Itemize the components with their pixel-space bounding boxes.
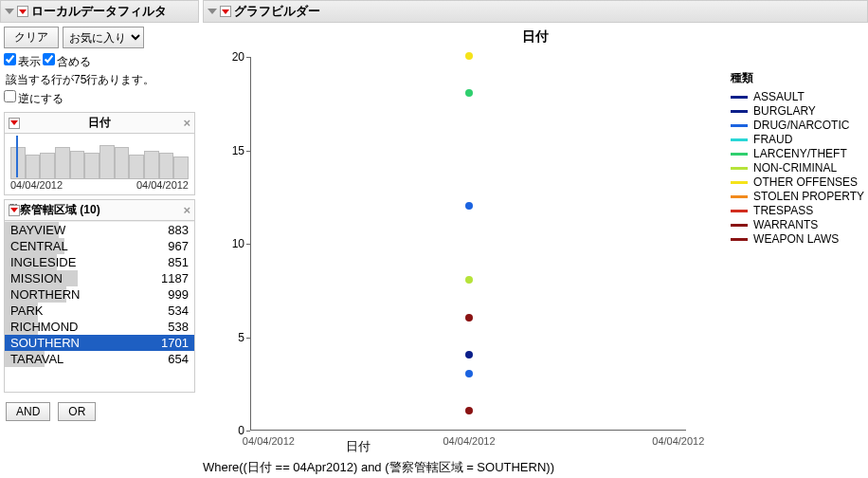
close-icon[interactable]: × [183,116,190,130]
graph-panel-header[interactable]: グラフビルダー [203,0,868,23]
date-filter-header[interactable]: 日付 × [5,113,194,134]
data-point[interactable] [465,52,473,60]
close-icon[interactable]: × [183,203,190,217]
legend-swatch [731,181,748,184]
legend-item[interactable]: ASSAULT [731,90,864,103]
hotspot-icon[interactable] [9,205,20,216]
data-point[interactable] [465,370,473,377]
data-point[interactable] [465,407,473,414]
legend-swatch [731,224,748,227]
y-tick-label: 15 [222,144,244,157]
date-axis-left: 04/04/2012 [10,179,63,191]
where-clause: Where((日付 == 04Apr2012) and (警察管轄区域 = SO… [203,459,554,476]
legend-label: ASSAULT [753,90,805,103]
district-filter-header[interactable]: 警察管轄区域 (10) × [5,200,194,221]
legend-item[interactable]: DRUG/NARCOTIC [731,119,864,132]
district-list[interactable]: BAYVIEW883CENTRAL967INGLESIDE851MISSION1… [5,221,194,392]
district-row-taraval[interactable]: TARAVAL654 [5,351,194,367]
legend: 種類 ASSAULTBURGLARYDRUG/NARCOTICFRAUDLARC… [731,70,864,247]
date-selection-line[interactable] [16,136,18,177]
legend-item[interactable]: WARRANTS [731,218,864,231]
filter-panel-header[interactable]: ローカルデータフィルタ [0,0,199,23]
histogram-bar[interactable] [99,145,115,179]
legend-item[interactable]: BURGLARY [731,104,864,118]
legend-swatch [731,238,748,241]
histogram-bar[interactable] [40,153,55,179]
data-point[interactable] [465,351,473,358]
clear-button[interactable]: クリア [4,27,59,48]
legend-item[interactable]: WEAPON LAWS [731,232,864,246]
graph-panel-title: グラフビルダー [234,3,320,20]
histogram-bar[interactable] [26,155,41,179]
y-tick-label: 5 [222,331,244,344]
district-filter-panel: 警察管轄区域 (10) × BAYVIEW883CENTRAL967INGLES… [4,199,195,393]
histogram-bar[interactable] [55,147,70,179]
disclosure-icon [208,9,217,14]
and-button[interactable]: AND [6,402,50,421]
hotspot-icon[interactable] [9,118,20,129]
histogram-bar[interactable] [144,151,159,179]
legend-swatch [731,167,748,170]
legend-title: 種類 [731,70,864,86]
favorites-select[interactable]: お気に入り [63,27,144,48]
hotspot-icon[interactable] [17,6,28,17]
legend-item[interactable]: OTHER OFFENSES [731,175,864,189]
legend-label: STOLEN PROPERTY [753,190,864,203]
district-row-richmond[interactable]: RICHMOND538 [5,319,194,335]
legend-label: NON-CRIMINAL [753,161,837,175]
filter-toolbar: クリア お気に入り [0,23,199,52]
data-point[interactable] [465,89,473,97]
data-point[interactable] [465,314,473,322]
legend-label: TRESPASS [753,204,813,217]
match-count-caption: 該当する行が75行あります。 [0,71,199,89]
legend-label: BURGLARY [753,104,816,118]
y-tick-label: 10 [222,237,244,250]
histogram-bar[interactable] [115,147,130,179]
district-row-northern[interactable]: NORTHERN999 [5,286,194,303]
legend-swatch [731,210,748,212]
date-axis: 04/04/2012 04/04/2012 [5,179,194,194]
date-filter-title: 日付 [88,115,111,131]
legend-swatch [731,138,748,141]
legend-label: LARCENY/THEFT [753,147,847,160]
legend-swatch [731,195,748,198]
hotspot-icon[interactable] [220,6,231,17]
district-row-ingleside[interactable]: INGLESIDE851 [5,254,194,270]
legend-item[interactable]: STOLEN PROPERTY [731,190,864,203]
legend-swatch [731,124,748,127]
data-point[interactable] [465,276,473,284]
x-axis-label: 日付 [0,438,716,455]
legend-swatch [731,153,748,156]
date-axis-right: 04/04/2012 [136,179,189,191]
disclosure-icon [5,9,14,14]
date-filter-panel: 日付 × 04/04/2012 04/04/2012 [4,112,195,195]
legend-item[interactable]: NON-CRIMINAL [731,161,864,175]
date-histogram[interactable] [5,134,194,179]
data-point[interactable] [465,202,473,210]
invert-checkbox-label[interactable]: 逆にする [4,90,63,107]
legend-item[interactable]: FRAUD [731,133,864,146]
chart-title: 日付 [203,23,868,47]
or-button[interactable]: OR [58,402,96,421]
logic-row: AND OR [0,396,199,427]
histogram-bar[interactable] [129,155,144,179]
show-checkbox[interactable] [4,53,16,65]
district-row-bayview[interactable]: BAYVIEW883 [5,222,194,238]
show-checkbox-label[interactable]: 表示 [4,53,41,70]
invert-checkbox[interactable] [4,90,16,102]
include-checkbox-label[interactable]: 含める [43,53,91,70]
histogram-bar[interactable] [84,153,99,179]
district-row-park[interactable]: PARK534 [5,303,194,319]
histogram-bar[interactable] [70,151,85,179]
scatter-plot[interactable]: 04/04/201204/04/201204/04/2012 [250,57,686,431]
include-checkbox[interactable] [43,53,55,65]
histogram-bar[interactable] [159,153,174,179]
y-tick-label: 0 [222,424,244,437]
district-row-central[interactable]: CENTRAL967 [5,238,194,254]
legend-label: DRUG/NARCOTIC [753,119,849,132]
district-row-mission[interactable]: MISSION1187 [5,270,194,286]
district-row-southern[interactable]: SOUTHERN1701 [5,335,194,351]
legend-item[interactable]: TRESPASS [731,204,864,217]
histogram-bar[interactable] [173,156,189,179]
legend-item[interactable]: LARCENY/THEFT [731,147,864,160]
